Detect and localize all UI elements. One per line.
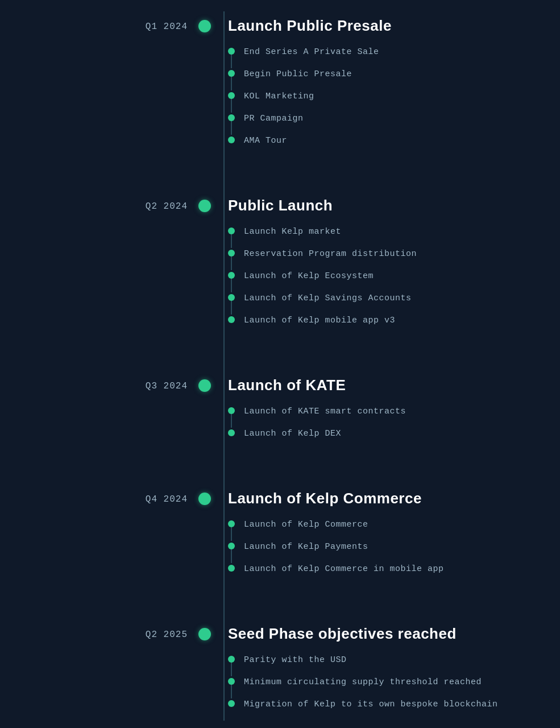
item-dot: [228, 407, 235, 414]
timeline-item: Reservation Program distribution: [228, 248, 560, 260]
timeline-date: Q4 2024: [0, 490, 205, 504]
item-dot: [228, 565, 235, 572]
timeline-section-title: Public Launch: [228, 197, 560, 214]
item-text: Launch of Kelp Ecosystem: [244, 270, 374, 282]
timeline-items-list: Launch Kelp marketReservation Program di…: [228, 226, 560, 326]
item-dot: [228, 272, 235, 279]
item-connector-line: [231, 527, 232, 541]
item-connector-line: [231, 413, 232, 428]
timeline-section: Q2 2024Public LaunchLaunch Kelp marketRe…: [0, 191, 560, 337]
timeline-section: Q1 2024Launch Public PresaleEnd Series A…: [0, 11, 560, 157]
timeline-content: Seed Phase objectives reachedParity with…: [228, 625, 560, 721]
timeline-date: Q2 2025: [0, 625, 205, 640]
timeline-item: Launch of Kelp Payments: [228, 541, 560, 553]
item-dot: [228, 678, 235, 685]
item-text: PR Campaign: [244, 113, 304, 125]
item-dot: [228, 543, 235, 549]
item-dot: [228, 136, 235, 143]
timeline-section: Q2 2025Seed Phase objectives reachedPari…: [0, 619, 560, 721]
item-connector-line: [231, 300, 232, 315]
item-connector-line: [231, 549, 232, 563]
item-text: End Series A Private Sale: [244, 46, 379, 58]
item-connector-line: [231, 662, 232, 676]
timeline-item: KOL Marketing: [228, 90, 560, 102]
item-dot: [228, 250, 235, 257]
timeline-content: Public LaunchLaunch Kelp marketReservati…: [228, 197, 560, 337]
timeline-section-title: Launch Public Presale: [228, 17, 560, 35]
timeline-content: Launch of KATELaunch of KATE smart contr…: [228, 377, 560, 450]
timeline-item: Migration of Kelp to its own bespoke blo…: [228, 698, 560, 710]
item-dot: [228, 700, 235, 707]
item-connector-line: [231, 684, 232, 698]
timeline-item: Minimum circulating supply threshold rea…: [228, 676, 560, 688]
item-dot: [228, 92, 235, 99]
timeline-item: Launch of Kelp Savings Accounts: [228, 292, 560, 304]
timeline-item: PR Campaign: [228, 113, 560, 125]
item-dot: [228, 70, 235, 77]
item-text: Migration of Kelp to its own bespoke blo…: [244, 698, 498, 710]
timeline-section: Q3 2024Launch of KATELaunch of KATE smar…: [0, 371, 560, 450]
timeline-items-list: Parity with the USDMinimum circulating s…: [228, 654, 560, 710]
timeline-item: Launch of Kelp mobile app v3: [228, 315, 560, 326]
item-text: Begin Public Presale: [244, 68, 352, 80]
item-text: Launch of Kelp DEX: [244, 428, 341, 440]
item-dot: [228, 316, 235, 323]
timeline-section: Q4 2024Launch of Kelp CommerceLaunch of …: [0, 484, 560, 585]
item-text: Launch of KATE smart contracts: [244, 406, 406, 417]
item-dot: [228, 656, 235, 663]
timeline-items-list: Launch of Kelp CommerceLaunch of Kelp Pa…: [228, 519, 560, 575]
timeline-main-dot: [198, 379, 211, 392]
item-connector-line: [231, 278, 232, 292]
timeline-section-title: Launch of Kelp Commerce: [228, 490, 560, 507]
item-connector-line: [231, 234, 232, 248]
timeline-item: Launch of Kelp Commerce: [228, 519, 560, 531]
item-connector-line: [231, 98, 232, 113]
timeline-items-list: End Series A Private SaleBegin Public Pr…: [228, 46, 560, 147]
item-connector-line: [231, 256, 232, 270]
item-dot: [228, 228, 235, 234]
item-text: Launch of Kelp Savings Accounts: [244, 292, 412, 304]
timeline-item: Launch of Kelp DEX: [228, 428, 560, 440]
item-text: Launch Kelp market: [244, 226, 341, 238]
item-dot: [228, 48, 235, 55]
item-text: Launch of Kelp Commerce in mobile app: [244, 563, 444, 575]
item-text: Launch of Kelp Commerce: [244, 519, 368, 531]
timeline-main-dot: [198, 628, 211, 640]
timeline-section-title: Launch of KATE: [228, 377, 560, 394]
timeline-item: Begin Public Presale: [228, 68, 560, 80]
item-dot: [228, 294, 235, 301]
timeline-main-dot: [198, 493, 211, 505]
timeline-item: End Series A Private Sale: [228, 46, 560, 58]
timeline-content: Launch of Kelp CommerceLaunch of Kelp Co…: [228, 490, 560, 585]
timeline-item: Launch of KATE smart contracts: [228, 406, 560, 417]
timeline-item: Launch of Kelp Commerce in mobile app: [228, 563, 560, 575]
item-dot: [228, 114, 235, 121]
item-text: AMA Tour: [244, 135, 287, 147]
timeline-container: Q1 2024Launch Public PresaleEnd Series A…: [0, 11, 560, 721]
timeline-date: Q1 2024: [0, 17, 205, 32]
timeline-item: Launch Kelp market: [228, 226, 560, 238]
item-connector-line: [231, 54, 232, 68]
item-connector-line: [231, 121, 232, 135]
item-text: Minimum circulating supply threshold rea…: [244, 676, 482, 688]
timeline-main-dot: [198, 200, 211, 212]
timeline-item: Launch of Kelp Ecosystem: [228, 270, 560, 282]
timeline-items-list: Launch of KATE smart contractsLaunch of …: [228, 406, 560, 440]
timeline-date: Q2 2024: [0, 197, 205, 212]
timeline-date: Q3 2024: [0, 377, 205, 391]
item-text: Launch of Kelp mobile app v3: [244, 315, 395, 326]
item-text: KOL Marketing: [244, 90, 314, 102]
item-dot: [228, 429, 235, 436]
item-dot: [228, 520, 235, 527]
item-connector-line: [231, 76, 232, 90]
item-text: Parity with the USD: [244, 654, 347, 666]
timeline-section-title: Seed Phase objectives reached: [228, 625, 560, 643]
item-text: Reservation Program distribution: [244, 248, 417, 260]
timeline-item: AMA Tour: [228, 135, 560, 147]
timeline-main-dot: [198, 20, 211, 32]
timeline-item: Parity with the USD: [228, 654, 560, 666]
item-text: Launch of Kelp Payments: [244, 541, 368, 553]
timeline-content: Launch Public PresaleEnd Series A Privat…: [228, 17, 560, 157]
